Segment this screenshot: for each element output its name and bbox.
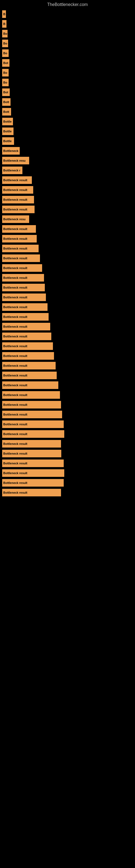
bar-label: Bott	[3, 100, 9, 104]
bar-item: Bottleneck result	[2, 469, 64, 477]
bar-item: Bottleneck result	[2, 254, 40, 262]
bar-row: Bottleneck result	[0, 283, 135, 292]
bar-label: Bottleneck result	[3, 325, 27, 328]
bar-row: Bottleneck result	[0, 361, 135, 371]
bar-label: Bottleneck result	[3, 276, 27, 279]
bar-label: Bo	[3, 42, 7, 45]
bar-label: Bottle	[3, 130, 12, 133]
bar-row: Bottleneck result	[0, 371, 135, 380]
bar-label: Bottleneck result	[3, 462, 27, 465]
bar-item: Bot	[2, 59, 9, 67]
bar-label: Bottleneck result	[3, 471, 27, 475]
bar-row: Bottleneck result	[0, 390, 135, 400]
bar-label: Bottleneck result	[3, 374, 27, 377]
bar-label: Bo	[3, 81, 7, 84]
bar-item: Bottleneck result	[2, 411, 62, 418]
bar-label: Bottleneck result	[3, 383, 27, 387]
bar-item: Bo	[2, 69, 9, 76]
bar-label: Bottleneck result	[3, 267, 27, 270]
bar-row: Bo	[0, 78, 135, 87]
bar-row: Bottleneck	[0, 146, 135, 156]
bar-item: Bott	[2, 108, 11, 116]
bar-label: Bo	[3, 71, 7, 74]
bar-row: Bottleneck result	[0, 478, 135, 488]
bar-row: B	[0, 9, 135, 19]
bar-item: Bottleneck resu	[2, 157, 29, 164]
bars-container: BBBoBoBoBotBoBoBotBottBottBottleBottleBo…	[0, 9, 135, 497]
bar-row: Bottleneck result	[0, 400, 135, 410]
bar-label: Bot	[3, 61, 8, 65]
bar-row: Bottle	[0, 117, 135, 126]
bar-row: Bottleneck result	[0, 185, 135, 195]
bar-item: B	[2, 20, 6, 28]
bar-label: Bottleneck	[3, 149, 18, 152]
bar-label: Bottleneck result	[3, 423, 27, 426]
bar-item: Bottleneck result	[2, 284, 45, 291]
bar-item: Bottleneck result	[2, 352, 54, 360]
bar-label: Bottleneck r	[3, 169, 20, 172]
bar-label: Bottleneck result	[3, 227, 27, 230]
bar-row: Bo	[0, 29, 135, 38]
bar-label: Bottleneck result	[3, 354, 27, 358]
bar-label: Bottle	[3, 140, 12, 143]
bar-row: Bottle	[0, 136, 135, 146]
bar-item: Bot	[2, 88, 10, 96]
bar-item: Bottleneck result	[2, 313, 49, 321]
bar-row: Bottleneck result	[0, 195, 135, 205]
bar-row: Bot	[0, 58, 135, 68]
bar-item: Bottleneck result	[2, 186, 33, 194]
bar-item: Bottleneck result	[2, 460, 64, 467]
bar-row: Bottleneck result	[0, 302, 135, 312]
bar-item: Bottle	[2, 127, 13, 135]
bar-label: Bottleneck result	[3, 491, 27, 494]
bar-row: Bottleneck result	[0, 175, 135, 185]
bar-row: Bottleneck result	[0, 341, 135, 351]
bar-item: Bo	[2, 40, 8, 47]
bar-row: Bottleneck resu	[0, 214, 135, 224]
bar-item: Bottleneck result	[2, 176, 32, 184]
bar-item: Bottleneck result	[2, 323, 50, 330]
bar-label: Bo	[3, 52, 7, 55]
bar-row: Bottleneck result	[0, 332, 135, 341]
bar-label: Bottleneck result	[3, 393, 27, 397]
bar-label: Bottleneck resu	[3, 218, 26, 221]
bar-row: Bottleneck result	[0, 263, 135, 273]
bar-item: Bo	[2, 50, 9, 57]
bar-label: Bottleneck result	[3, 296, 27, 299]
bar-label: Bottleneck result	[3, 344, 27, 348]
bar-label: Bott	[3, 110, 9, 113]
bar-item: Bottleneck result	[2, 206, 35, 213]
bar-item: Bottleneck result	[2, 303, 48, 311]
bar-row: Bottleneck result	[0, 292, 135, 302]
bar-label: Bottleneck result	[3, 188, 27, 191]
bar-label: Bo	[3, 32, 7, 35]
bar-label: Bottleneck result	[3, 315, 27, 318]
bar-item: Bottleneck result	[2, 381, 58, 389]
bar-label: Bottleneck result	[3, 413, 27, 416]
bar-item: Bottleneck result	[2, 293, 46, 301]
bar-item: Bottleneck result	[2, 391, 60, 399]
bar-item: B	[2, 10, 6, 18]
bar-label: Bottleneck result	[3, 179, 27, 182]
bar-item: Bottleneck result	[2, 401, 61, 408]
bar-item: Bottle	[2, 137, 14, 145]
bar-row: Bottleneck result	[0, 488, 135, 497]
bar-item: Bottleneck result	[2, 196, 34, 204]
bar-row: Bottle	[0, 126, 135, 136]
bar-item: Bottleneck result	[2, 430, 64, 438]
bar-item: Bottleneck result	[2, 235, 37, 243]
bar-row: Bottleneck result	[0, 244, 135, 253]
bar-label: Bottleneck result	[3, 237, 27, 240]
bar-row: Bo	[0, 38, 135, 48]
bar-row: Bottleneck result	[0, 234, 135, 244]
bar-row: Bottleneck result	[0, 312, 135, 322]
bar-item: Bottle	[2, 118, 13, 125]
bar-row: Bot	[0, 87, 135, 97]
bar-item: Bottleneck result	[2, 245, 39, 252]
bar-label: Bottleneck result	[3, 432, 27, 436]
bar-label: Bottleneck result	[3, 335, 27, 338]
bar-label: Bottleneck resu	[3, 159, 26, 162]
bar-label: Bottleneck result	[3, 442, 27, 445]
bar-label: Bottleneck result	[3, 403, 27, 406]
bar-row: Bottleneck result	[0, 429, 135, 439]
